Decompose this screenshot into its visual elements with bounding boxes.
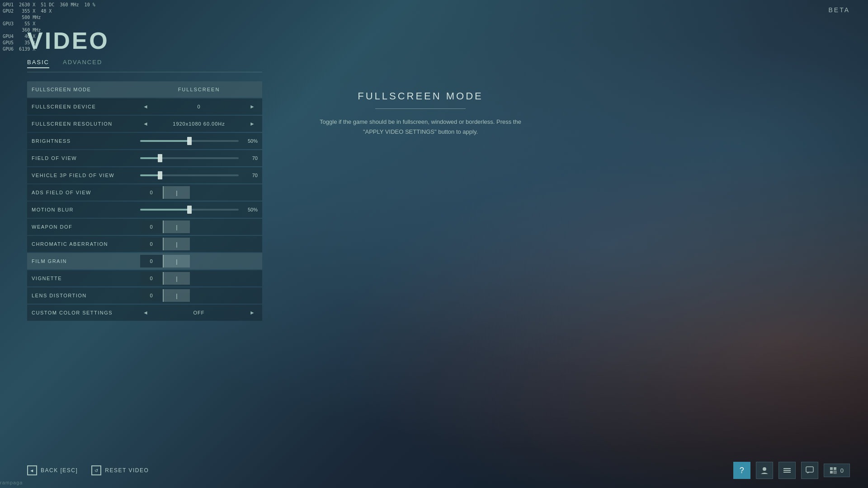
reset-label: RESET VIDEO [105,467,149,474]
setting-control-vignette[interactable]: 0 | [140,272,258,285]
reset-button[interactable]: ↺ RESET VIDEO [91,465,149,475]
profile-icon-button[interactable] [756,462,773,479]
bottom-left-controls: ◄ BACK [ESC] ↺ RESET VIDEO [27,465,149,475]
lens-distortion-toggle-handle[interactable]: | [163,289,190,302]
setting-control-fullscreen-resolution[interactable]: ◄ 868x488 60.00Hz ► [140,121,258,127]
setting-control-film-grain[interactable]: 0 | [140,255,258,267]
vignette-toggle-value: 0 [140,272,163,285]
setting-control-fullscreen-mode[interactable]: FULLSCREEN [140,87,258,92]
svg-rect-8 [834,471,836,474]
settings-list: FULLSCREEN MODE FULLSCREEN FULLSCREEN DE… [27,81,262,321]
vignette-toggle-handle[interactable]: | [163,272,190,285]
setting-control-chromatic-aberration[interactable]: 0 | [140,238,258,250]
film-grain-toggle-handle[interactable]: | [163,255,190,267]
bottom-bar: ◄ BACK [ESC] ↺ RESET VIDEO ? [27,462,850,479]
lens-distortion-toggle-value: 0 [140,289,163,302]
arrow-left-fullscreen-device[interactable]: ◄ [142,103,149,110]
setting-control-custom-color[interactable]: ◄ OFF ► [140,310,258,316]
motion-blur-slider-track[interactable] [140,209,239,211]
svg-rect-6 [834,467,836,470]
setting-label-ads-fov: ADS FIELD OF VIEW [32,190,140,195]
fullscreen-mode-value: FULLSCREEN [178,87,220,92]
setting-row-fullscreen-mode[interactable]: FULLSCREEN MODE FULLSCREEN [27,81,262,98]
setting-row-brightness[interactable]: BRIGHTNESS 50% [27,133,262,149]
setting-row-motion-blur[interactable]: MOTION BLUR 50% [27,202,262,218]
brightness-slider-thumb[interactable] [187,137,192,145]
svg-rect-1 [783,468,791,469]
brightness-slider-fill [140,140,189,142]
squad-count: 0 [840,467,844,474]
setting-row-lens-distortion[interactable]: LENS DISTORTION 0 | [27,287,262,304]
tabs-container: BASIC ADVANCED [27,59,262,72]
setting-control-fullscreen-device[interactable]: ◄ 0 ► [140,103,258,110]
setting-control-brightness[interactable]: 50% [140,138,258,144]
fov-slider-track[interactable] [140,157,239,159]
fov-slider-thumb[interactable] [158,154,162,162]
setting-label-vignette: VIGNETTE [32,276,140,281]
vehicle-fov-slider-track[interactable] [140,174,239,176]
fov-slider-fill [140,157,160,159]
arrow-left-custom-color[interactable]: ◄ [142,310,149,316]
vehicle-fov-slider-fill [140,174,160,176]
setting-row-fullscreen-resolution[interactable]: FULLSCREEN RESOLUTION ◄ 868x488 60.00H… [27,116,262,132]
chat-icon-button[interactable] [801,462,818,479]
svg-rect-5 [830,467,833,470]
info-panel-description: Toggle if the game should be in fullscre… [312,117,529,137]
arrow-right-custom-color[interactable]: ► [249,310,256,316]
vehicle-fov-slider-thumb[interactable] [158,171,162,179]
bottom-right-controls: ? [733,462,850,479]
back-icon: ◄ [27,465,37,475]
setting-row-vignette[interactable]: VIGNETTE 0 | [27,270,262,286]
squad-counter[interactable]: 0 [824,464,850,477]
setting-label-weapon-dof: WEAPON DOF [32,224,140,230]
watermark: rampaga [0,480,23,485]
custom-color-value: OFF [185,310,212,315]
setting-control-weapon-dof[interactable]: 0 | [140,221,258,233]
svg-rect-2 [783,470,791,471]
tab-advanced[interactable]: ADVANCED [63,59,102,68]
setting-label-chromatic-aberration: CHROMATIC ABERRATION [32,241,140,247]
beta-label: BETA [828,6,850,14]
weapon-dof-toggle-value: 0 [140,221,163,233]
brightness-value: 50% [241,138,258,144]
film-grain-toggle-value: 0 [140,255,163,267]
info-divider [375,108,466,109]
back-button[interactable]: ◄ BACK [ESC] [27,465,78,475]
setting-control-motion-blur[interactable]: 50% [140,207,258,212]
setting-control-ads-fov[interactable]: 0 | [140,186,258,199]
setting-row-ads-fov[interactable]: ADS FIELD OF VIEW 0 | [27,184,262,201]
setting-label-vehicle-fov: VEHICLE 3P FIELD OF VIEW [32,173,140,178]
ads-fov-toggle-value: 0 [140,186,163,199]
page-title: VIDEO [27,27,262,54]
ads-fov-toggle-handle[interactable]: | [163,186,190,199]
tab-basic[interactable]: BASIC [27,59,49,68]
setting-row-custom-color[interactable]: CUSTOM COLOR SETTINGS ◄ OFF ► [27,305,262,321]
motion-blur-slider-thumb[interactable] [187,206,192,214]
brightness-slider-track[interactable] [140,140,239,142]
setting-control-vehicle-fov[interactable]: 70 [140,173,258,178]
setting-row-fullscreen-device[interactable]: FULLSCREEN DEVICE ◄ 0 ► [27,99,262,115]
svg-rect-3 [783,472,791,473]
arrow-left-fullscreen-resolution[interactable]: ◄ [142,121,149,127]
help-icon-button[interactable]: ? [733,462,750,479]
setting-label-film-grain: FILM GRAIN [32,258,140,264]
settings-icon-button[interactable] [778,462,796,479]
setting-label-custom-color: CUSTOM COLOR SETTINGS [32,310,140,315]
setting-row-chromatic-aberration[interactable]: CHROMATIC ABERRATION 0 | [27,236,262,252]
weapon-dof-toggle-handle[interactable]: | [163,221,190,233]
motion-blur-slider-fill [140,209,189,211]
arrow-right-fullscreen-resolution[interactable]: ► [249,121,256,127]
info-panel: FULLSCREEN MODE Toggle if the game shoul… [289,90,552,137]
setting-row-film-grain[interactable]: FILM GRAIN 0 | [27,253,262,269]
chromatic-aberration-toggle-value: 0 [140,238,163,250]
back-label: BACK [ESC] [41,467,78,474]
setting-control-lens-distortion[interactable]: 0 | [140,289,258,302]
chromatic-aberration-toggle-handle[interactable]: | [163,238,190,250]
fov-value: 70 [241,155,258,161]
setting-row-fov[interactable]: FIELD OF VIEW 70 [27,150,262,166]
setting-row-vehicle-fov[interactable]: VEHICLE 3P FIELD OF VIEW 70 [27,167,262,183]
setting-row-weapon-dof[interactable]: WEAPON DOF 0 | [27,219,262,235]
arrow-right-fullscreen-device[interactable]: ► [249,103,256,110]
setting-control-fov[interactable]: 70 [140,155,258,161]
motion-blur-value: 50% [241,207,258,212]
